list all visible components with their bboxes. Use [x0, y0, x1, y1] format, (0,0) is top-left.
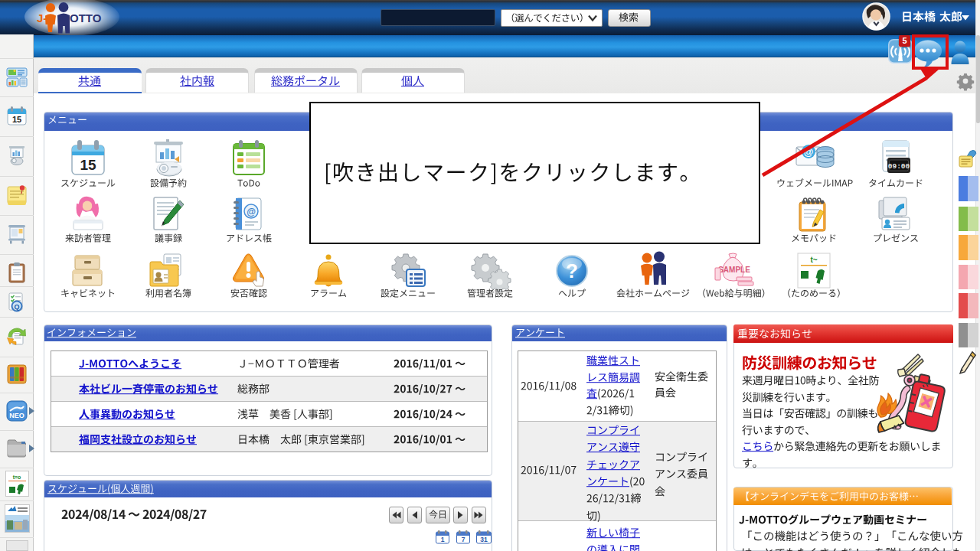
svg-text:31: 31 — [480, 536, 488, 543]
svg-text:15: 15 — [80, 157, 96, 173]
svg-text:@: @ — [804, 146, 814, 158]
svg-text:1: 1 — [441, 536, 445, 543]
svg-text:09:00: 09:00 — [888, 162, 910, 171]
svg-text:t~: t~ — [810, 256, 817, 264]
svg-text:NEO: NEO — [9, 412, 24, 419]
svg-text:?: ? — [566, 259, 578, 282]
svg-text:15: 15 — [12, 115, 21, 124]
svg-text:@: @ — [247, 207, 256, 217]
svg-text:Q: Q — [14, 303, 19, 311]
svg-text:t=o: t=o — [13, 474, 21, 480]
svg-text:7: 7 — [462, 536, 466, 543]
svg-text:SAMPLE: SAMPLE — [718, 266, 750, 274]
